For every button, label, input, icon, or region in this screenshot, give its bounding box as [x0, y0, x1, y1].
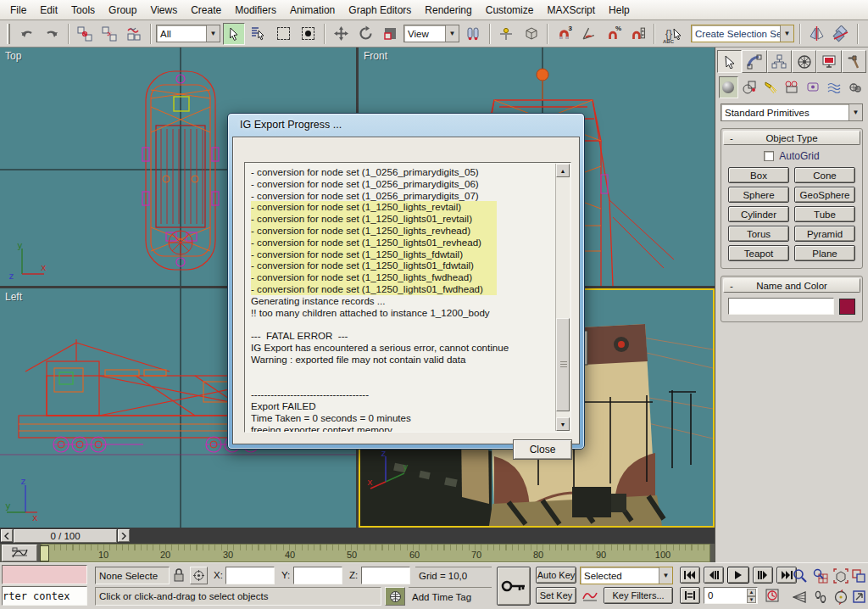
dialog-title-bar[interactable]: IG Export Progress ...	[228, 114, 584, 136]
key-filters-button[interactable]: Key Filters...	[604, 587, 673, 604]
goto-start-button[interactable]	[680, 567, 700, 584]
tab-create[interactable]	[717, 50, 742, 73]
category-spacewarps-icon[interactable]	[824, 76, 843, 98]
tab-hierarchy[interactable]	[767, 50, 792, 73]
category-shapes-icon[interactable]	[740, 76, 760, 98]
viewport-top-label[interactable]: Top	[5, 50, 21, 62]
autogrid-checkbox[interactable]	[764, 151, 774, 161]
time-configuration-icon[interactable]	[763, 587, 782, 604]
selection-filter-dropdown[interactable]: All ▼	[156, 25, 220, 42]
menu-graph-editors[interactable]: Graph Editors	[342, 2, 418, 19]
bind-to-spacewarp-icon[interactable]	[123, 23, 145, 45]
spinner-snap-icon[interactable]	[626, 23, 648, 45]
menu-modifiers[interactable]: Modifiers	[228, 2, 283, 19]
track-bar-frame-thumb[interactable]	[40, 545, 49, 562]
object-color-swatch[interactable]	[839, 299, 855, 315]
viewport-front-label[interactable]: Front	[364, 50, 387, 62]
menu-views[interactable]: Views	[143, 2, 184, 19]
scroll-down-icon[interactable]: ▼	[556, 417, 570, 431]
play-button[interactable]	[727, 567, 749, 584]
menu-animation[interactable]: Animation	[283, 2, 342, 19]
toolbar-grip[interactable]	[7, 24, 10, 44]
collapse-icon[interactable]: -	[724, 133, 739, 143]
cone-button[interactable]: Cone	[794, 167, 855, 183]
teapot-button[interactable]: Teapot	[728, 245, 789, 261]
key-step-mode-button[interactable]	[680, 587, 700, 604]
geosphere-button[interactable]: GeoSphere	[794, 187, 855, 203]
pyramid-button[interactable]: Pyramid	[794, 226, 855, 242]
zoom-extents-all-icon[interactable]	[849, 566, 868, 585]
select-and-rotate-icon[interactable]	[354, 23, 376, 45]
cylinder-button[interactable]: Cylinder	[728, 206, 789, 222]
category-systems-icon[interactable]	[845, 76, 865, 98]
set-keys-button[interactable]	[497, 567, 531, 606]
select-and-manipulate-icon[interactable]	[495, 23, 517, 45]
menu-create[interactable]: Create	[184, 2, 228, 19]
undo-icon[interactable]	[16, 23, 38, 45]
time-slider-button[interactable]: 0 / 100	[14, 529, 117, 543]
absolute-offset-toggle[interactable]	[190, 567, 208, 584]
menu-help[interactable]: Help	[602, 2, 637, 19]
tab-display[interactable]	[816, 50, 841, 73]
object-type-rollout-header[interactable]: - Object Type	[723, 131, 860, 145]
fov-icon[interactable]	[790, 587, 810, 606]
menu-file[interactable]: File	[3, 2, 33, 19]
select-and-move-icon[interactable]	[330, 23, 352, 45]
mini-curve-editor-button[interactable]	[2, 545, 37, 562]
collapse-icon[interactable]: -	[724, 281, 739, 291]
current-frame-field[interactable]: 0 ▲▼	[704, 587, 758, 604]
tab-utilities[interactable]	[842, 50, 866, 73]
default-in-out-tangent-icon[interactable]	[580, 587, 600, 604]
previous-frame-button[interactable]	[704, 567, 724, 584]
dropdown-arrow-icon[interactable]: ▼	[780, 25, 793, 42]
time-forward-arrow[interactable]	[118, 529, 130, 542]
rect-selection-region-icon[interactable]	[272, 23, 294, 45]
log-scrollbar[interactable]: ▲ ▼	[555, 164, 570, 431]
select-and-link-icon[interactable]	[74, 23, 96, 45]
zoom-all-icon[interactable]	[810, 566, 830, 585]
category-dropdown[interactable]: Standard Primitives ▼	[721, 103, 863, 121]
select-by-name-icon[interactable]	[248, 23, 270, 45]
time-back-arrow[interactable]	[1, 529, 13, 542]
z-coord-field[interactable]	[361, 567, 410, 584]
menu-edit[interactable]: Edit	[33, 2, 64, 19]
tab-motion[interactable]	[792, 50, 816, 73]
category-cameras-icon[interactable]	[782, 76, 802, 98]
track-bar-ruler[interactable]: 10 20 30 40 50 60 70 80 90 100	[41, 544, 710, 562]
dropdown-arrow-icon[interactable]: ▼	[659, 567, 672, 584]
category-geometry-icon[interactable]	[719, 76, 738, 98]
scroll-thumb[interactable]	[556, 318, 570, 411]
box-button[interactable]: Box	[728, 167, 789, 183]
sphere-button[interactable]: Sphere	[728, 187, 789, 203]
window-crossing-icon[interactable]	[297, 23, 319, 45]
x-coord-field[interactable]	[225, 567, 275, 584]
select-object-button[interactable]	[223, 23, 245, 45]
named-selection-sets-icon[interactable]: {} ABC	[659, 23, 688, 45]
snap-box-icon[interactable]	[520, 23, 542, 45]
select-and-scale-icon[interactable]	[379, 23, 401, 45]
add-time-tag[interactable]: Add Time Tag	[409, 587, 492, 606]
reference-coord-dropdown[interactable]: View ▼	[403, 25, 459, 42]
zoom-icon[interactable]	[790, 566, 810, 585]
menu-customize[interactable]: Customize	[479, 2, 541, 19]
category-helpers-icon[interactable]	[803, 76, 822, 98]
menu-maxscript[interactable]: MAXScript	[540, 2, 602, 19]
snap-toggle-icon[interactable]: 3	[553, 23, 575, 45]
plane-button[interactable]: Plane	[794, 245, 855, 261]
dropdown-arrow-icon[interactable]: ▼	[445, 25, 459, 42]
dropdown-arrow-icon[interactable]: ▼	[206, 25, 220, 42]
maxscript-mini-listener-macro[interactable]	[2, 565, 87, 584]
auto-key-button[interactable]: Auto Key	[536, 567, 576, 584]
scroll-up-icon[interactable]: ▲	[556, 164, 570, 177]
globe-icon[interactable]	[385, 587, 405, 606]
arc-rotate-icon[interactable]	[831, 587, 850, 606]
percent-snap-icon[interactable]: %	[602, 23, 624, 45]
align-icon[interactable]	[830, 23, 852, 45]
menu-tools[interactable]: Tools	[64, 2, 102, 19]
zoom-extents-icon[interactable]	[831, 566, 850, 585]
export-log-listbox[interactable]: - conversion for node set (1_0256_primar…	[244, 162, 571, 433]
next-frame-button[interactable]	[753, 567, 773, 584]
tab-modify[interactable]	[742, 50, 766, 73]
tube-button[interactable]: Tube	[794, 206, 855, 222]
mirror-icon[interactable]	[805, 23, 827, 45]
